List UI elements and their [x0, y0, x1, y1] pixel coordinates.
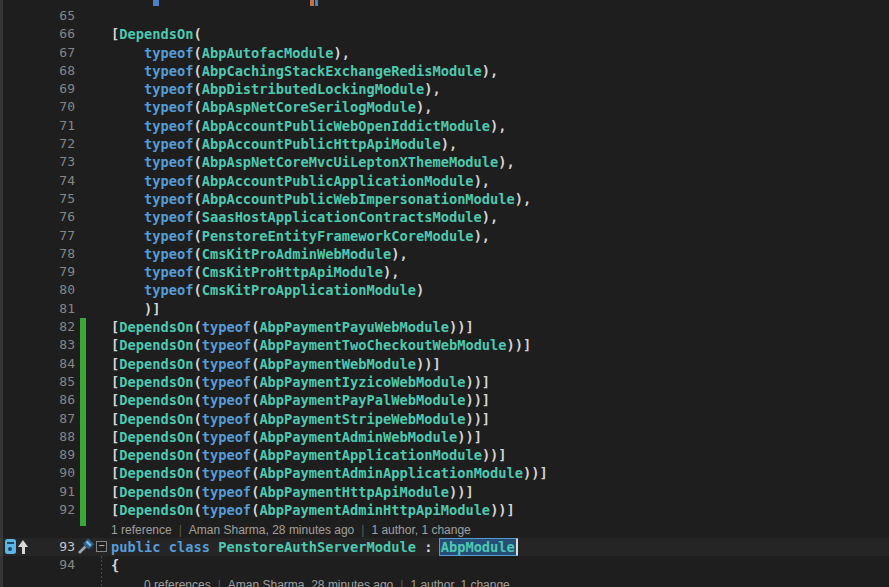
code-token — [210, 539, 218, 555]
line-number[interactable]: 92 — [0, 501, 75, 519]
code-line[interactable]: 88[DependsOn(typeof(AbpPaymentAdminWebMo… — [0, 428, 889, 446]
code-line[interactable]: 79 typeof(CmsKitProHttpApiModule), — [0, 263, 889, 281]
code-token: AbpAccountPublicHttpApiModule — [202, 136, 441, 152]
code-line[interactable]: 70 typeof(AbpAspNetCoreSerilogModule), — [0, 98, 889, 116]
code-editor[interactable]: 6566[DependsOn(67 typeof(AbpAutofacModul… — [0, 0, 889, 587]
codelens-info[interactable]: 0 references|Aman Sharma, 28 minutes ago… — [144, 576, 510, 587]
line-number[interactable]: 77 — [0, 227, 75, 245]
code-line[interactable]: 75 typeof(AbpAccountPublicWebImpersonati… — [0, 190, 889, 208]
code-token — [111, 45, 144, 61]
line-number[interactable]: 94 — [0, 556, 75, 574]
code-line[interactable]: 74 typeof(AbpAccountPublicApplicationMod… — [0, 172, 889, 190]
code-line[interactable]: 92[DependsOn(typeof(AbpPaymentAdminHttpA… — [0, 501, 889, 519]
code-token: ( — [193, 228, 201, 244]
line-number[interactable]: 65 — [0, 7, 75, 25]
code-token: ), — [474, 228, 490, 244]
line-number[interactable]: 90 — [0, 464, 75, 482]
code-line[interactable]: 77 typeof(PenstoreEntityFrameworkCoreMod… — [0, 227, 889, 245]
code-line[interactable]: 87[DependsOn(typeof(AbpPaymentStripeWebM… — [0, 410, 889, 428]
codelens-part[interactable]: 0 references — [144, 578, 211, 587]
line-number[interactable]: 70 — [0, 98, 75, 116]
code-line[interactable]: 68 typeof(AbpCachingStackExchangeRedisMo… — [0, 62, 889, 80]
line-number[interactable]: 88 — [0, 428, 75, 446]
line-number[interactable]: 87 — [0, 410, 75, 428]
bookmark-icon[interactable] — [5, 539, 16, 554]
code-token: typeof — [144, 81, 193, 97]
selected-word-highlight[interactable]: AbpModule — [439, 538, 518, 556]
inheritance-up-arrow-icon[interactable] — [17, 538, 29, 556]
codelens-part[interactable]: 1 reference — [111, 523, 172, 537]
code-line[interactable]: 76 typeof(SaasHostApplicationContractsMo… — [0, 208, 889, 226]
line-number[interactable]: 75 — [0, 190, 75, 208]
code-token: ), — [490, 118, 506, 134]
codelens-part[interactable]: Aman Sharma, 28 minutes ago — [189, 523, 354, 537]
code-token: [ — [111, 502, 119, 518]
code-line[interactable]: 90[DependsOn(typeof(AbpPaymentAdminAppli… — [0, 464, 889, 482]
code-token: SaasHostApplicationContractsModule — [202, 209, 482, 225]
code-line[interactable]: 66[DependsOn( — [0, 25, 889, 43]
line-number[interactable]: 83 — [0, 336, 75, 354]
line-number[interactable]: 84 — [0, 355, 75, 373]
codelens-separator: | — [354, 523, 371, 537]
line-number[interactable]: 91 — [0, 483, 75, 501]
code-token: ))] — [465, 374, 490, 390]
code-line[interactable]: 83[DependsOn(typeof(AbpPaymentTwoCheckou… — [0, 336, 889, 354]
code-text: typeof(AbpAccountPublicHttpApiModule), — [111, 135, 457, 153]
code-token: PenstoreEntityFrameworkCoreModule — [202, 228, 474, 244]
line-number[interactable]: 66 — [0, 25, 75, 43]
code-text: typeof(AbpAccountPublicApplicationModule… — [111, 172, 490, 190]
code-line[interactable]: 69 typeof(AbpDistributedLockingModule), — [0, 80, 889, 98]
line-number[interactable]: 80 — [0, 281, 75, 299]
line-number[interactable]: 74 — [0, 172, 75, 190]
code-token: [ — [111, 319, 119, 335]
line-number[interactable]: 82 — [0, 318, 75, 336]
code-line[interactable]: 78 typeof(CmsKitProAdminWebModule), — [0, 245, 889, 263]
line-number[interactable]: 73 — [0, 153, 75, 171]
line-number[interactable]: 89 — [0, 446, 75, 464]
line-number[interactable]: 79 — [0, 263, 75, 281]
code-line[interactable]: 85[DependsOn(typeof(AbpPaymentIyzicoWebM… — [0, 373, 889, 391]
code-line[interactable]: 91[DependsOn(typeof(AbpPaymentHttpApiMod… — [0, 483, 889, 501]
code-line[interactable]: 93−public class PenstoreAuthServerModule… — [0, 538, 889, 556]
code-line[interactable]: 86[DependsOn(typeof(AbpPaymentPayPalWebM… — [0, 391, 889, 409]
line-number[interactable]: 67 — [0, 44, 75, 62]
code-token: typeof — [202, 465, 251, 481]
codelens-row[interactable]: 0 references|Aman Sharma, 28 minutes ago… — [0, 574, 889, 587]
code-token: ( — [193, 45, 201, 61]
code-line[interactable]: 94{ — [0, 556, 889, 574]
code-token — [111, 154, 144, 170]
codelens-part[interactable]: 1 author, 1 change — [371, 523, 470, 537]
code-token: AbpPaymentWebModule — [259, 356, 416, 372]
code-token: typeof — [202, 392, 251, 408]
line-number[interactable]: 76 — [0, 208, 75, 226]
line-number[interactable]: 85 — [0, 373, 75, 391]
quick-actions-screwdriver-icon[interactable] — [76, 538, 96, 557]
code-line[interactable]: 89[DependsOn(typeof(AbpPaymentApplicatio… — [0, 446, 889, 464]
codelens-part[interactable]: 1 author, 1 change — [410, 578, 509, 587]
fold-collapse-toggle[interactable]: − — [96, 541, 107, 552]
code-token: typeof — [144, 118, 193, 134]
codelens-separator: | — [393, 578, 410, 587]
code-line[interactable]: 72 typeof(AbpAccountPublicHttpApiModule)… — [0, 135, 889, 153]
code-line[interactable]: 81 )] — [0, 300, 889, 318]
line-number[interactable]: 78 — [0, 245, 75, 263]
line-number[interactable]: 68 — [0, 62, 75, 80]
code-text: typeof(AbpAccountPublicWebImpersonationM… — [111, 190, 531, 208]
code-line[interactable]: 71 typeof(AbpAccountPublicWebOpenIddictM… — [0, 117, 889, 135]
line-number[interactable]: 71 — [0, 117, 75, 135]
code-line[interactable]: 84[DependsOn(typeof(AbpPaymentWebModule)… — [0, 355, 889, 373]
line-number[interactable]: 72 — [0, 135, 75, 153]
code-line[interactable]: 73 typeof(AbpAspNetCoreMvcUiLeptonXTheme… — [0, 153, 889, 171]
code-text: typeof(SaasHostApplicationContractsModul… — [111, 208, 498, 226]
code-token: AbpDistributedLockingModule — [202, 81, 425, 97]
code-line[interactable]: 67 typeof(AbpAutofacModule), — [0, 44, 889, 62]
code-line[interactable]: 80 typeof(CmsKitProApplicationModule) — [0, 281, 889, 299]
line-number[interactable]: 86 — [0, 391, 75, 409]
line-number[interactable]: 81 — [0, 300, 75, 318]
code-line[interactable]: 65 — [0, 7, 889, 25]
codelens-part[interactable]: Aman Sharma, 28 minutes ago — [228, 578, 393, 587]
code-text: [DependsOn(typeof(AbpPaymentAdminHttpApi… — [111, 501, 515, 519]
codelens-row[interactable]: 1 reference|Aman Sharma, 28 minutes ago|… — [0, 519, 889, 537]
line-number[interactable]: 69 — [0, 80, 75, 98]
code-line[interactable]: 82[DependsOn(typeof(AbpPaymentPayuWebMod… — [0, 318, 889, 336]
